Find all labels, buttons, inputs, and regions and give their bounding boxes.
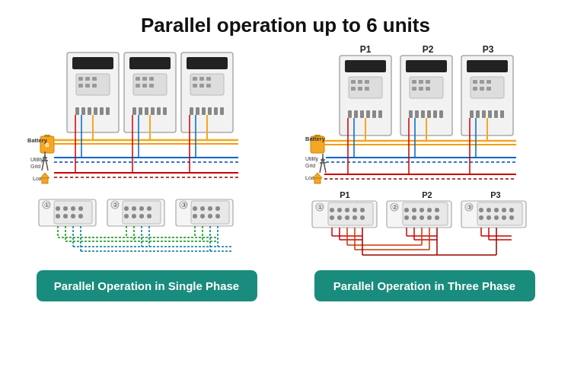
- svg-point-83: [63, 214, 68, 218]
- svg-text:Battery: Battery: [27, 137, 48, 144]
- svg-point-227: [435, 208, 439, 212]
- right-diagram-section: P1 P2 P3: [295, 45, 554, 301]
- svg-text:③: ③: [180, 202, 186, 209]
- svg-rect-57: [42, 178, 48, 183]
- svg-text:Battery: Battery: [305, 135, 326, 142]
- svg-rect-22: [142, 84, 147, 88]
- svg-text:P1: P1: [340, 190, 349, 199]
- svg-rect-171: [488, 110, 492, 118]
- svg-rect-24: [132, 107, 136, 115]
- svg-point-224: [412, 208, 416, 212]
- svg-rect-9: [75, 107, 79, 115]
- svg-rect-155: [421, 110, 425, 118]
- svg-text:P1: P1: [359, 44, 371, 55]
- svg-rect-134: [365, 80, 369, 84]
- svg-rect-34: [199, 77, 204, 81]
- svg-rect-25: [139, 107, 142, 115]
- svg-rect-8: [92, 84, 97, 88]
- svg-rect-143: [378, 110, 382, 118]
- svg-point-103: [200, 206, 205, 211]
- svg-text:P2: P2: [422, 44, 433, 55]
- svg-rect-152: [426, 87, 430, 91]
- svg-point-242: [479, 215, 483, 220]
- svg-rect-19: [142, 77, 147, 81]
- svg-rect-4: [85, 77, 90, 81]
- svg-point-212: [352, 208, 357, 212]
- svg-point-241: [509, 208, 514, 212]
- svg-rect-147: [412, 80, 416, 84]
- svg-point-239: [494, 208, 499, 212]
- svg-point-214: [330, 215, 334, 220]
- svg-rect-77: [54, 201, 92, 224]
- svg-text:P3: P3: [490, 190, 500, 199]
- right-top-diagram: P1 P2 P3: [303, 45, 547, 186]
- svg-rect-162: [473, 80, 477, 84]
- svg-point-91: [132, 206, 136, 211]
- svg-text:Grid: Grid: [305, 163, 315, 168]
- svg-text:Grid: Grid: [30, 164, 40, 169]
- svg-point-240: [502, 208, 506, 212]
- right-caption-button[interactable]: Parallel Operation in Three Phase: [314, 270, 535, 301]
- svg-point-223: [404, 208, 409, 212]
- svg-rect-153: [409, 110, 413, 118]
- svg-point-217: [352, 215, 357, 220]
- svg-rect-149: [426, 80, 430, 84]
- svg-text:Utility: Utility: [305, 156, 319, 162]
- svg-point-92: [139, 206, 144, 211]
- svg-point-244: [494, 215, 499, 220]
- left-caption-button[interactable]: Parallel Operation in Single Phase: [37, 270, 257, 301]
- svg-point-213: [360, 208, 365, 212]
- svg-rect-222: [403, 202, 448, 225]
- svg-point-209: [330, 208, 334, 212]
- svg-rect-7: [85, 84, 90, 88]
- svg-rect-150: [412, 87, 416, 91]
- svg-rect-101: [191, 201, 229, 224]
- svg-rect-140: [360, 110, 364, 118]
- svg-rect-18: [136, 77, 140, 81]
- svg-rect-27: [151, 107, 155, 115]
- svg-rect-16: [129, 57, 171, 69]
- svg-point-80: [71, 206, 75, 211]
- svg-point-97: [147, 214, 152, 218]
- svg-rect-38: [206, 84, 211, 88]
- right-bottom-svg: P1 P2 P3 ① ②: [303, 192, 547, 264]
- left-bottom-svg: ① ②: [25, 192, 269, 264]
- svg-point-225: [419, 208, 424, 212]
- svg-rect-142: [372, 110, 376, 118]
- svg-rect-42: [208, 107, 212, 115]
- svg-rect-35: [206, 77, 211, 81]
- svg-rect-135: [351, 87, 356, 91]
- svg-rect-89: [123, 201, 161, 224]
- svg-rect-26: [145, 107, 148, 115]
- svg-rect-13: [100, 107, 104, 115]
- svg-point-210: [337, 208, 342, 212]
- svg-rect-136: [358, 87, 362, 91]
- svg-rect-168: [470, 110, 474, 118]
- svg-rect-137: [365, 87, 369, 91]
- svg-point-237: [479, 208, 483, 212]
- svg-rect-20: [149, 77, 154, 81]
- svg-rect-151: [419, 87, 423, 91]
- svg-point-84: [71, 214, 75, 218]
- svg-rect-141: [366, 110, 370, 118]
- svg-rect-44: [220, 107, 224, 115]
- svg-text:①: ①: [43, 202, 49, 209]
- svg-rect-3: [78, 77, 83, 81]
- svg-rect-170: [482, 110, 486, 118]
- page-title: Parallel operation up to 6 units: [0, 0, 571, 45]
- svg-rect-164: [486, 80, 491, 84]
- svg-rect-130: [345, 60, 386, 72]
- svg-rect-23: [149, 84, 154, 88]
- right-top-svg: P1 P2 P3: [303, 45, 547, 186]
- svg-point-215: [337, 215, 342, 220]
- svg-point-230: [419, 215, 424, 220]
- svg-rect-166: [480, 87, 484, 91]
- left-top-svg: B Utility Grid Loads: [25, 45, 269, 186]
- svg-rect-167: [486, 87, 491, 91]
- svg-rect-6: [78, 84, 83, 88]
- svg-rect-1: [72, 57, 113, 69]
- svg-point-211: [345, 208, 349, 212]
- svg-rect-158: [439, 110, 443, 118]
- svg-point-229: [412, 215, 416, 220]
- svg-point-81: [78, 206, 83, 211]
